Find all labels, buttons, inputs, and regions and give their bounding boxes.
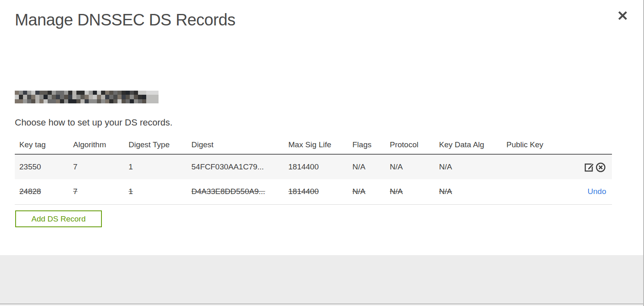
col-header-key-data-alg: Key Data Alg (435, 135, 502, 154)
domain-name-redacted (15, 91, 159, 103)
cell-flags: N/A (348, 179, 385, 204)
modal-footer: Save Cancel (0, 255, 643, 304)
cell-protocol: N/A (385, 179, 435, 204)
col-header-algorithm: Algorithm (69, 135, 124, 154)
cell-max-sig-life: 1814400 (284, 154, 348, 179)
col-header-flags: Flags (348, 135, 385, 154)
cell-key-tag: 24828 (15, 179, 69, 204)
add-ds-record-button[interactable]: Add DS Record (15, 210, 102, 227)
delete-record-icon[interactable] (595, 162, 606, 173)
col-header-key-tag: Key tag (15, 135, 69, 154)
instruction-text: Choose how to set up your DS records. (15, 117, 172, 128)
cell-actions: Undo (502, 179, 612, 204)
col-header-protocol: Protocol (385, 135, 435, 154)
cell-digest: D4A33E8DD550A9... (187, 179, 284, 204)
col-header-public-key: Public Key (502, 135, 612, 154)
cell-algorithm: 7 (69, 179, 124, 204)
cell-key-tag: 23550 (15, 154, 69, 179)
col-header-digest-type: Digest Type (124, 135, 187, 154)
close-icon[interactable] (616, 9, 629, 22)
cell-actions (502, 154, 612, 179)
page-title: Manage DNSSEC DS Records (15, 11, 235, 29)
cell-key-data-alg: N/A (435, 154, 502, 179)
window-bottom-edge (0, 304, 643, 306)
cell-digest: 54FCF030AA1C79... (187, 154, 284, 179)
table-row-deleted: 24828 7 1 D4A33E8DD550A9... 1814400 N/A … (15, 179, 612, 204)
undo-link[interactable]: Undo (588, 187, 606, 196)
ds-records-table: Key tag Algorithm Digest Type Digest Max… (15, 135, 612, 205)
cell-flags: N/A (348, 154, 385, 179)
cell-protocol: N/A (385, 154, 435, 179)
col-header-digest: Digest (187, 135, 284, 154)
table-row: 23550 7 1 54FCF030AA1C79... 1814400 N/A … (15, 154, 612, 179)
cell-digest-type: 1 (124, 179, 187, 204)
cell-digest-type: 1 (124, 154, 187, 179)
close-x-glyph (616, 9, 629, 22)
dnssec-modal: Manage DNSSEC DS Records Choose how to s… (0, 0, 644, 306)
edit-record-icon[interactable] (584, 162, 595, 173)
cell-max-sig-life: 1814400 (284, 179, 348, 204)
cell-algorithm: 7 (69, 154, 124, 179)
col-header-max-sig-life: Max Sig Life (284, 135, 348, 154)
table-header-row: Key tag Algorithm Digest Type Digest Max… (15, 135, 612, 154)
cell-key-data-alg: N/A (435, 179, 502, 204)
